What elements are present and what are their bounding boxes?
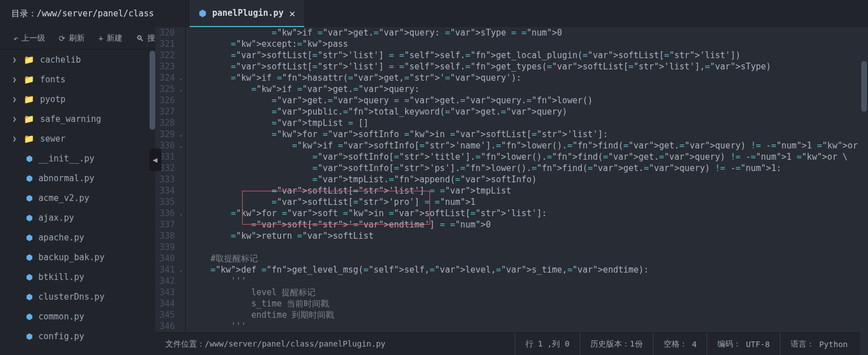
tab-filename: panelPlugin.py xyxy=(212,8,283,18)
line-number: 344 xyxy=(160,298,175,309)
line-number: 337 xyxy=(160,219,175,230)
folder-item[interactable]: ❯📁safe_warning xyxy=(0,109,155,129)
file-item[interactable]: ⬢clusterDns.py xyxy=(0,287,155,306)
file-item[interactable]: ⬢backup_bak.py xyxy=(0,247,155,267)
refresh-button[interactable]: ⟳ 刷新 xyxy=(53,31,90,46)
code-line[interactable]: ="kw">if ="var">get.="var">query: ="var"… xyxy=(190,27,868,38)
code-line[interactable]: ="var">softList[="str">'pro'] = ="num">1 xyxy=(190,196,868,208)
file-tree: ❯📁cachelib❯📁fonts❯📁pyotp❯📁safe_warning❯📁… xyxy=(0,50,155,346)
folder-icon: 📁 xyxy=(24,55,34,65)
code-line[interactable]: ="kw">def ="fn">get_level_msg(="self">se… xyxy=(190,264,868,275)
code-line[interactable]: ="var">softList[="str">'list'] = ="self"… xyxy=(190,61,868,72)
folder-name: pyotp xyxy=(40,94,65,104)
python-file-icon: ⬢ xyxy=(26,233,33,242)
file-sidebar: ↶ 上一级 ⟳ 刷新 + 新建 🔍︎ 搜索 ❯📁cachelib❯📁fonts❯… xyxy=(0,27,155,355)
sidebar-toolbar: ↶ 上一级 ⟳ 刷新 + 新建 🔍︎ 搜索 xyxy=(0,27,155,50)
code-line[interactable]: endtime 到期时间戳 xyxy=(190,309,868,321)
editor-tab[interactable]: ⬢ panelPlugin.py ✕ xyxy=(190,0,304,27)
line-number: 323 xyxy=(160,61,175,72)
fold-marker-icon[interactable]: ▾ xyxy=(179,130,183,142)
code-line[interactable]: ="var">softList[="str">'list'] = ="self"… xyxy=(190,50,868,61)
file-item[interactable]: ⬢common.py xyxy=(0,306,155,326)
path-value: /www/server/panel/class xyxy=(37,8,154,19)
refresh-icon: ⟳ xyxy=(59,34,65,43)
folder-name: safe_warning xyxy=(40,114,101,124)
code-line[interactable]: ="var">get.="var">query = ="var">get.="v… xyxy=(190,95,868,106)
code-line[interactable]: ="kw">if ="fn">hasattr(="var">get,="str"… xyxy=(190,72,868,84)
file-name: btkill.py xyxy=(38,272,84,282)
line-number: 331 xyxy=(160,151,175,163)
file-name: common.py xyxy=(38,312,84,322)
file-item[interactable]: ⬢acme_v2.py xyxy=(0,188,155,208)
code-line[interactable]: ="kw">for ="var">softInfo ="kw">in ="var… xyxy=(190,129,868,140)
folder-icon: 📁 xyxy=(24,114,34,124)
main-area: ↶ 上一级 ⟳ 刷新 + 新建 🔍︎ 搜索 ❯📁cachelib❯📁fonts❯… xyxy=(0,27,868,355)
code-line[interactable]: ''' xyxy=(190,275,868,287)
status-history[interactable]: 历史版本：1份 xyxy=(580,333,652,355)
close-icon[interactable]: ✕ xyxy=(289,7,295,19)
plus-icon: + xyxy=(98,34,103,43)
code-line[interactable]: ="var">public.="fn">total_keyword(="var"… xyxy=(190,106,868,117)
line-number: 333 xyxy=(160,174,175,185)
file-item[interactable]: ⬢abnormal.py xyxy=(0,168,155,188)
code-line[interactable]: ''' xyxy=(190,321,868,332)
folder-name: sewer xyxy=(40,134,65,144)
status-language[interactable]: 语言： Python xyxy=(780,333,858,355)
code-line[interactable] xyxy=(190,242,868,253)
line-number: 335 xyxy=(160,196,175,208)
file-item[interactable]: ⬢__init__.py xyxy=(0,148,155,168)
code-line[interactable]: ="var">softInfo[="str">'title'].="fn">lo… xyxy=(190,151,868,163)
up-button[interactable]: ↶ 上一级 xyxy=(8,31,51,46)
file-name: abnormal.py xyxy=(38,173,94,183)
scrollbar-thumb[interactable] xyxy=(861,61,867,112)
line-number: 346 xyxy=(160,321,175,332)
status-spaces[interactable]: 空格： 4 xyxy=(653,333,707,355)
file-item[interactable]: ⬢ajax.py xyxy=(0,208,155,227)
file-item[interactable]: ⬢btkill.py xyxy=(0,267,155,287)
code-line[interactable]: level 提醒标记 xyxy=(190,287,868,298)
new-button[interactable]: + 新建 xyxy=(93,31,128,46)
folder-item[interactable]: ❯📁pyotp xyxy=(0,89,155,109)
folder-icon: 📁 xyxy=(24,74,34,85)
fold-marker-icon[interactable]: ▾ xyxy=(179,142,183,153)
editor-area: ◀ 320321322323324▾325▾326327328329▾330▾3… xyxy=(155,27,868,355)
file-item[interactable]: ⬢config.py xyxy=(0,326,155,346)
fold-marker-icon[interactable]: ▾ xyxy=(179,74,183,85)
folder-item[interactable]: ❯📁cachelib xyxy=(0,50,155,69)
line-number: 338 xyxy=(160,230,175,242)
folder-item[interactable]: ❯📁sewer xyxy=(0,129,155,148)
code-line[interactable]: ="kw">if ="var">softInfo[="str">'name'].… xyxy=(190,140,868,151)
code-line[interactable]: s_time 当前时间戳 xyxy=(190,298,868,309)
status-filepath: 文件位置：/www/server/panel/class/panelPlugin… xyxy=(165,339,515,349)
file-name: backup_bak.py xyxy=(38,252,104,262)
fold-marker-icon[interactable]: ▾ xyxy=(179,85,183,97)
python-file-icon: ⬢ xyxy=(26,273,33,282)
code-line[interactable]: ="var">softInfo[="str">'ps'].="fn">lower… xyxy=(190,163,868,174)
line-number: 326 xyxy=(160,95,175,106)
code-line[interactable]: ="kw">for ="var">soft ="kw">in ="var">so… xyxy=(190,208,868,219)
fold-marker-icon[interactable]: ▾ xyxy=(179,266,183,277)
file-item[interactable]: ⬢apache.py xyxy=(0,227,155,247)
top-bar: 目录： /www/server/panel/class ⬢ panelPlugi… xyxy=(0,0,868,27)
sidebar-scrollbar[interactable] xyxy=(150,51,155,130)
search-button[interactable]: 🔍︎ 搜索 xyxy=(130,31,155,46)
collapse-sidebar-handle[interactable]: ◀ xyxy=(149,148,161,171)
editor-scrollbar[interactable] xyxy=(860,27,868,355)
status-cursor[interactable]: 行 1 ,列 0 xyxy=(515,333,580,355)
folder-item[interactable]: ❯📁fonts xyxy=(0,69,155,89)
status-encoding[interactable]: 编码： UTF-8 xyxy=(707,333,780,355)
code-line[interactable]: ="kw">except:="kw">pass xyxy=(190,38,868,50)
code-editor[interactable]: 320321322323324▾325▾326327328329▾330▾331… xyxy=(155,27,868,332)
code-line[interactable]: ="var">tmpList.="fn">append(="var">softI… xyxy=(190,174,868,185)
code-content[interactable]: ="kw">if ="var">get.="var">query: ="var"… xyxy=(186,27,868,332)
code-line[interactable]: ="kw">return ="var">softList xyxy=(190,230,868,242)
search-icon: 🔍︎ xyxy=(136,34,144,43)
code-line[interactable]: ="var">soft[="str">'="var">endtime'] = =… xyxy=(190,219,868,230)
python-icon: ⬢ xyxy=(199,8,207,19)
code-line[interactable]: ="kw">if ="var">get.="var">query: xyxy=(190,84,868,95)
line-number: 322 xyxy=(160,50,175,61)
code-line[interactable]: #取提醒标记 xyxy=(190,253,868,264)
code-line[interactable]: ="var">softList[="str">'list'] = ="var">… xyxy=(190,185,868,196)
code-line[interactable]: ="var">tmpList = [] xyxy=(190,117,868,129)
fold-marker-icon[interactable]: ▾ xyxy=(179,209,183,221)
